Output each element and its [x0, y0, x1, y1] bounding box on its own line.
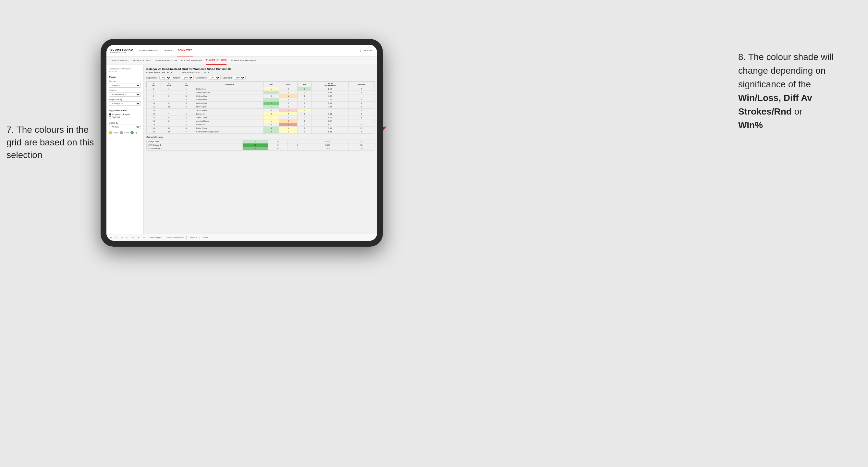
- nav-item-committee[interactable]: COMMITTEE: [177, 45, 193, 57]
- toolbar-divider-3: [186, 236, 187, 240]
- col-diff: Diff AvStrokes/Rnd: [311, 82, 348, 87]
- save-custom-button[interactable]: Save Custom View: [166, 236, 185, 239]
- table-row: 9 1 4 Sharon Mun 1 0 0 3.67 3: [147, 98, 374, 101]
- logo-area: SCOREBOARD Powered by clippd: [110, 48, 133, 53]
- records-row: Overall Record: 353 - 34 - 6 Division Re…: [146, 71, 374, 74]
- grid-title: Katelyn Vo Head-to-Head Grid for Women's…: [146, 67, 374, 71]
- opponent-filter-label: Opponent: [223, 76, 232, 79]
- col-opponent: Opponent: [195, 82, 264, 87]
- logo-sub: Powered by clippd: [110, 51, 133, 53]
- region-filter-label: Region: [173, 76, 180, 79]
- redo-button[interactable]: ↩: [115, 236, 118, 239]
- opponent-filter-select[interactable]: (All): [234, 75, 246, 80]
- nav-items: TOURNAMENTS TEAMS COMMITTEE: [138, 45, 361, 57]
- player-section-title: Player: [109, 75, 141, 79]
- conference-filter-select[interactable]: (All): [209, 75, 221, 80]
- col-div: #Div: [147, 82, 161, 87]
- cut-button[interactable]: ✂: [131, 236, 135, 239]
- col-loss: Loss: [279, 82, 298, 87]
- opponent-view-title: Opponent view: [109, 109, 141, 112]
- legend-label-down: Down: [114, 132, 118, 134]
- last-updated: Last Updated: 27/03/2024 16:55:38: [109, 67, 141, 73]
- colour-by-select[interactable]: Win/loss: [109, 125, 141, 129]
- table-row: 6 3 3 Sydney Kuo 0 1 0 -1.00: [147, 94, 374, 98]
- data-table: #Div #Reg #Conf Opponent Win Loss Tie Di…: [146, 82, 374, 134]
- col-tie: Tie: [298, 82, 311, 87]
- colour-by-section: Colour by Win/loss Down Level Up: [109, 122, 141, 134]
- division-select[interactable]: NCAA Division III: [109, 92, 141, 97]
- bottom-toolbar: ↩ ↩ ↪ ⊡ ✂ ⊕ ↺ View: Original Save Custom…: [106, 234, 377, 241]
- player-rank-select[interactable]: 8. Katelyn Vo: [109, 101, 141, 106]
- nav-right: | Sign out: [361, 45, 373, 57]
- watch-button[interactable]: Watch ▾: [188, 236, 197, 239]
- table-row: NAIA Division 1 15 0 0 9.267 30: [147, 144, 374, 147]
- annotation-right: 8. The colour shade will change dependin…: [738, 50, 862, 132]
- filters-row: Opponents: (All) Region (All) Conference…: [146, 75, 374, 80]
- sub-nav-team-h2h-heatmap[interactable]: TEAM H2H HEATMAP: [154, 57, 178, 65]
- radio-top100[interactable]: Top 100: [109, 116, 141, 119]
- table-row: 19 10 6 Emily Chang 4 1 0 0.30 11: [147, 127, 374, 130]
- sub-nav-player-h2h-heatmap[interactable]: PLAYER H2H HEATMAP: [230, 57, 256, 65]
- table-row: Foreign Team 1 0 0 4.500 2: [147, 140, 374, 144]
- gender-select[interactable]: Women's: [109, 83, 141, 88]
- legend-dot-down: [109, 131, 112, 134]
- legend-row: Down Level Up: [109, 131, 141, 134]
- nav-separator: |: [361, 49, 361, 52]
- table-row: 18 2 2 Euna Lee 0 2 0 -5.00 2: [147, 123, 374, 127]
- view-original-label: View: Original: [150, 237, 162, 239]
- radio-opponents-played[interactable]: Opponents Played: [109, 113, 141, 116]
- colour-by-label: Colour by: [109, 122, 141, 124]
- col-rounds: Rounds: [348, 82, 374, 87]
- out-of-division-table: Foreign Team 1 0 0 4.500 2 NAIA Division…: [146, 139, 374, 151]
- content-area: Last Updated: 27/03/2024 16:55:38 Player…: [106, 65, 377, 234]
- opponents-filter-select[interactable]: (All): [159, 75, 171, 80]
- sub-nav: TEAM SUMMARY TEAM H2H GRID TEAM H2H HEAT…: [106, 57, 377, 65]
- table-row: 15 8 5 Stella Cheng 1 0 0 1.25 4: [147, 116, 374, 119]
- forward-button[interactable]: ↪: [120, 236, 124, 239]
- col-conf: #Conf: [177, 82, 195, 87]
- main-content: Katelyn Vo Head-to-Head Grid for Women's…: [144, 65, 377, 234]
- player-rank-label: Player (Rank): [109, 98, 141, 101]
- col-reg: #Reg: [161, 82, 177, 87]
- logo-text: SCOREBOARD: [110, 48, 133, 51]
- opponent-view-section: Opponent view Opponents Played Top 100: [109, 109, 141, 119]
- table-row: 13 1 1 Jessica Huang 0 1 2 -3.00 2: [147, 109, 374, 112]
- toolbar-divider-2: [164, 236, 164, 240]
- undo-button[interactable]: ↩: [109, 236, 113, 239]
- sub-nav-team-summary[interactable]: TEAM SUMMARY: [110, 57, 129, 65]
- overall-record: Overall Record: 353 - 34 - 6: [146, 71, 172, 74]
- sign-out-link[interactable]: Sign out: [363, 45, 373, 57]
- out-of-division-title: Out of division: [146, 136, 374, 138]
- sub-nav-team-h2h-grid[interactable]: TEAM H2H GRID: [133, 57, 151, 65]
- legend-label-level: Level: [124, 132, 129, 134]
- toolbar-divider-1: [148, 236, 148, 240]
- sub-nav-player-h2h-grid[interactable]: PLAYER H2H GRID: [206, 57, 226, 65]
- radio-dot-opponents: [109, 113, 111, 116]
- left-sidebar: Last Updated: 27/03/2024 16:55:38 Player…: [106, 65, 144, 234]
- table-row: 5 2 2 Alexis Sudjianto 1 0 0 4.00 3: [147, 91, 374, 94]
- division-record: Division Record: 331 - 34 - 6: [182, 71, 209, 74]
- region-filter-select[interactable]: (All): [182, 75, 194, 80]
- nav-item-teams[interactable]: TEAMS: [163, 45, 173, 57]
- col-win: Win: [263, 82, 279, 87]
- opponents-filter-label: Opponents:: [146, 76, 157, 79]
- conference-filter-label: Conference: [196, 76, 207, 79]
- refresh-button[interactable]: ↺: [142, 236, 146, 239]
- toolbar-divider-4: [199, 236, 200, 240]
- tablet-screen: SCOREBOARD Powered by clippd TOURNAMENTS…: [106, 45, 377, 241]
- table-row: 3 1 1 Esther Lee 1 0 1 1.50 4: [147, 87, 374, 91]
- table-row: 10 6 3 Andrea York 2 0 0 4.00 4: [147, 101, 374, 105]
- nav-item-tournaments[interactable]: TOURNAMENTS: [138, 45, 158, 57]
- sub-nav-player-summary[interactable]: PLAYER SUMMARY: [181, 57, 203, 65]
- annotation-left: 7. The colours in the grid are based on …: [6, 123, 97, 162]
- table-row: 14 7 4 Eunice Yi 2 2 0 0.38 9: [147, 112, 374, 116]
- legend-label-up: Up: [135, 132, 137, 134]
- table-row: NCAA Division 2 5 0 0 7.400 10: [147, 147, 374, 151]
- nav-bar: SCOREBOARD Powered by clippd TOURNAMENTS…: [106, 45, 377, 57]
- share-button[interactable]: Share: [202, 236, 209, 239]
- add-button[interactable]: ⊕: [136, 236, 140, 239]
- division-label: Division: [109, 89, 141, 92]
- table-row: 11 11 2 Heejo Hyun 1 0 0 3.33 3: [147, 105, 374, 109]
- legend-dot-level: [120, 131, 123, 134]
- grid-button[interactable]: ⊡: [126, 236, 129, 239]
